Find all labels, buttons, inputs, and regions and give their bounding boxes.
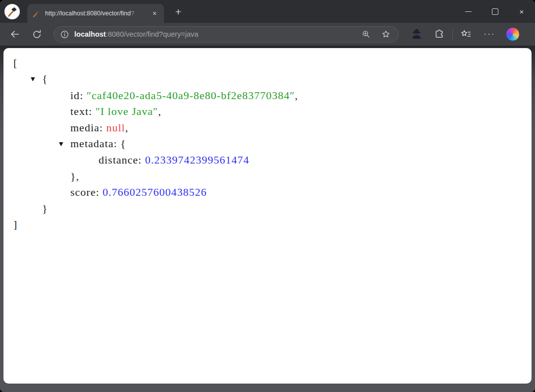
more-menu-button[interactable]: ··· xyxy=(482,27,496,41)
favorites-list-star-icon xyxy=(460,29,472,40)
tab-title-truncated: ? xyxy=(131,10,134,17)
json-token-punct: : xyxy=(96,186,103,198)
toolbar-divider xyxy=(452,29,453,39)
profile-button[interactable] xyxy=(410,27,424,41)
json-token-punct: } xyxy=(42,202,48,215)
maximize-button[interactable] xyxy=(482,0,508,23)
json-token-punct: : xyxy=(80,89,87,102)
json-token-punct: , xyxy=(125,121,129,134)
json-line: media: null, xyxy=(3,120,532,136)
json-line: score: 0.7660257600438526 xyxy=(3,184,532,200)
hammer-favicon-icon xyxy=(32,9,41,18)
extensions-puzzle-icon xyxy=(434,29,445,40)
spy-avatar-icon xyxy=(410,28,423,41)
browser-tab[interactable]: http://localhost:8080/vector/find? × xyxy=(27,4,164,23)
maximize-icon xyxy=(492,8,498,15)
minimize-icon xyxy=(465,11,472,12)
json-viewer: [▼{id: ″caf40e20-ada5-40a9-8e80-bf2e8377… xyxy=(3,55,532,232)
address-bar[interactable]: localhost:8080/vector/find?query=java xyxy=(54,26,399,43)
json-token-punct: : xyxy=(100,121,107,134)
close-button[interactable]: × xyxy=(508,0,535,23)
json-token-punct: { xyxy=(120,137,126,150)
json-token-null: null xyxy=(106,121,125,134)
json-line: } xyxy=(3,201,532,217)
app-logo[interactable] xyxy=(4,4,20,19)
json-token-punct: : xyxy=(138,154,145,166)
tab-close-button[interactable]: × xyxy=(150,9,159,18)
json-token-number: 0.7660257600438526 xyxy=(103,186,207,198)
favorite-button[interactable] xyxy=(379,28,392,41)
minimize-button[interactable] xyxy=(455,0,482,23)
json-token-key: id xyxy=(70,89,80,102)
json-token-punct: : xyxy=(113,137,120,150)
json-token-punct: , xyxy=(158,105,161,117)
json-token-key: text xyxy=(70,105,89,117)
json-line: }, xyxy=(3,168,532,184)
back-arrow-icon xyxy=(9,29,20,40)
url-text[interactable]: localhost:8080/vector/find?query=java xyxy=(74,30,360,38)
refresh-button[interactable] xyxy=(30,27,44,41)
extensions-button[interactable] xyxy=(432,27,446,41)
url-host: localhost xyxy=(74,30,106,38)
favorites-hub-button[interactable] xyxy=(459,27,473,41)
json-token-punct: , xyxy=(295,89,298,102)
json-token-punct: ] xyxy=(13,218,17,230)
json-token-punct: : xyxy=(89,105,96,117)
new-tab-button[interactable]: + xyxy=(170,5,186,20)
url-path: :8080/vector/find?query=java xyxy=(106,30,199,38)
hammer-icon xyxy=(7,6,18,17)
collapse-toggle-icon[interactable]: ▼ xyxy=(31,71,42,87)
json-token-key: distance xyxy=(99,154,138,166)
content-frame: [▼{id: ″caf40e20-ada5-40a9-8e80-bf2e8377… xyxy=(0,46,535,392)
json-token-key: score xyxy=(70,186,96,198)
json-token-key: media xyxy=(70,121,100,134)
json-token-punct: }, xyxy=(70,170,79,182)
json-line: ▼{ xyxy=(3,71,532,87)
refresh-icon xyxy=(32,29,42,40)
browser-window: http://localhost:8080/vector/find? × + ×… xyxy=(0,0,535,392)
favorite-star-icon xyxy=(381,29,391,39)
json-line: distance: 0.2339742399561474 xyxy=(3,152,532,168)
json-line: text: ″I love Java″, xyxy=(3,104,532,119)
zoom-in-icon xyxy=(361,29,371,39)
json-line: id: ″caf40e20-ada5-40a9-8e80-bf2e8377038… xyxy=(3,88,532,104)
browser-toolbar: localhost:8080/vector/find?query=java xyxy=(0,23,535,46)
json-line: [ xyxy=(3,55,532,71)
site-info-icon[interactable] xyxy=(60,30,69,39)
json-token-punct: { xyxy=(42,72,48,85)
json-token-key: metadata xyxy=(70,137,113,150)
web-page: [▼{id: ″caf40e20-ada5-40a9-8e80-bf2e8377… xyxy=(3,48,532,384)
back-button[interactable] xyxy=(8,27,22,41)
json-token-string: ″I love Java″ xyxy=(96,105,159,117)
zoom-button[interactable] xyxy=(360,28,373,41)
collapse-toggle-icon[interactable]: ▼ xyxy=(59,136,70,152)
tab-title: http://localhost:8080/vector/find? xyxy=(45,10,150,17)
json-line: ▼metadata: { xyxy=(3,136,532,152)
title-bar: http://localhost:8080/vector/find? × + × xyxy=(0,0,535,23)
json-token-string: ″caf40e20-ada5-40a9-8e80-bf2e83770384″ xyxy=(87,89,295,102)
json-token-number: 0.2339742399561474 xyxy=(145,154,250,166)
window-controls: × xyxy=(455,0,535,23)
copilot-icon[interactable] xyxy=(506,28,519,41)
json-token-punct: [ xyxy=(13,56,17,69)
json-line: ] xyxy=(3,217,532,232)
